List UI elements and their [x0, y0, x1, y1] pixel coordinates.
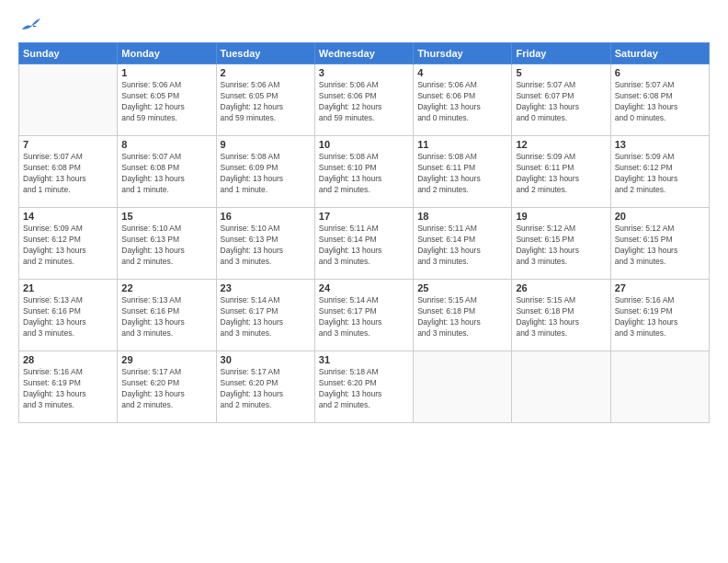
- day-info: Sunrise: 5:17 AM Sunset: 6:20 PM Dayligh…: [121, 367, 211, 411]
- calendar-cell: 8Sunrise: 5:07 AM Sunset: 6:08 PM Daylig…: [118, 136, 216, 208]
- day-number: 16: [221, 211, 311, 222]
- calendar-cell: 6Sunrise: 5:07 AM Sunset: 6:08 PM Daylig…: [610, 64, 709, 136]
- day-number: 28: [23, 354, 113, 365]
- day-info: Sunrise: 5:18 AM Sunset: 6:20 PM Dayligh…: [319, 367, 409, 411]
- day-number: 19: [516, 211, 606, 222]
- day-info: Sunrise: 5:08 AM Sunset: 6:09 PM Dayligh…: [221, 152, 311, 196]
- calendar-week-5: 28Sunrise: 5:16 AM Sunset: 6:19 PM Dayli…: [19, 351, 710, 423]
- calendar-cell: [512, 351, 610, 423]
- calendar-cell: [19, 64, 118, 136]
- day-number: 26: [516, 282, 606, 293]
- day-number: 13: [615, 139, 705, 150]
- header: [18, 17, 710, 33]
- day-info: Sunrise: 5:06 AM Sunset: 6:05 PM Dayligh…: [121, 80, 211, 124]
- day-number: 29: [121, 354, 211, 365]
- day-info: Sunrise: 5:16 AM Sunset: 6:19 PM Dayligh…: [23, 367, 113, 411]
- col-header-tuesday: Tuesday: [216, 43, 314, 64]
- day-info: Sunrise: 5:10 AM Sunset: 6:13 PM Dayligh…: [121, 224, 211, 268]
- col-header-thursday: Thursday: [414, 43, 512, 64]
- day-number: 21: [23, 282, 113, 293]
- calendar-cell: 15Sunrise: 5:10 AM Sunset: 6:13 PM Dayli…: [118, 208, 216, 280]
- calendar-table: SundayMondayTuesdayWednesdayThursdayFrid…: [18, 42, 710, 423]
- day-info: Sunrise: 5:07 AM Sunset: 6:08 PM Dayligh…: [121, 152, 211, 196]
- calendar-cell: 9Sunrise: 5:08 AM Sunset: 6:09 PM Daylig…: [216, 136, 314, 208]
- day-number: 10: [319, 139, 409, 150]
- day-number: 18: [417, 211, 507, 222]
- page: SundayMondayTuesdayWednesdayThursdayFrid…: [0, 0, 728, 563]
- day-info: Sunrise: 5:17 AM Sunset: 6:20 PM Dayligh…: [221, 367, 311, 411]
- day-info: Sunrise: 5:11 AM Sunset: 6:14 PM Dayligh…: [319, 224, 409, 268]
- day-info: Sunrise: 5:06 AM Sunset: 6:06 PM Dayligh…: [319, 80, 409, 124]
- day-number: 5: [516, 67, 606, 78]
- day-info: Sunrise: 5:15 AM Sunset: 6:18 PM Dayligh…: [516, 295, 606, 339]
- col-header-sunday: Sunday: [19, 43, 118, 64]
- calendar-cell: 13Sunrise: 5:09 AM Sunset: 6:12 PM Dayli…: [610, 136, 709, 208]
- day-info: Sunrise: 5:09 AM Sunset: 6:12 PM Dayligh…: [23, 224, 113, 268]
- calendar-cell: 22Sunrise: 5:13 AM Sunset: 6:16 PM Dayli…: [118, 280, 216, 351]
- col-header-saturday: Saturday: [610, 43, 709, 64]
- calendar-week-3: 14Sunrise: 5:09 AM Sunset: 6:12 PM Dayli…: [19, 208, 710, 280]
- calendar-cell: 2Sunrise: 5:06 AM Sunset: 6:05 PM Daylig…: [216, 64, 314, 136]
- calendar-cell: 16Sunrise: 5:10 AM Sunset: 6:13 PM Dayli…: [216, 208, 314, 280]
- day-info: Sunrise: 5:08 AM Sunset: 6:10 PM Dayligh…: [319, 152, 409, 196]
- day-number: 6: [615, 67, 705, 78]
- calendar-cell: 29Sunrise: 5:17 AM Sunset: 6:20 PM Dayli…: [118, 351, 216, 423]
- day-number: 4: [417, 67, 507, 78]
- day-info: Sunrise: 5:14 AM Sunset: 6:17 PM Dayligh…: [319, 295, 409, 339]
- calendar-cell: [414, 351, 512, 423]
- day-number: 17: [319, 211, 409, 222]
- col-header-monday: Monday: [118, 43, 216, 64]
- logo: [18, 17, 40, 33]
- calendar-cell: 14Sunrise: 5:09 AM Sunset: 6:12 PM Dayli…: [19, 208, 118, 280]
- day-info: Sunrise: 5:07 AM Sunset: 6:08 PM Dayligh…: [23, 152, 113, 196]
- calendar-week-1: 1Sunrise: 5:06 AM Sunset: 6:05 PM Daylig…: [19, 64, 710, 136]
- calendar-cell: 12Sunrise: 5:09 AM Sunset: 6:11 PM Dayli…: [512, 136, 610, 208]
- col-header-friday: Friday: [512, 43, 610, 64]
- day-number: 22: [121, 282, 211, 293]
- col-header-wednesday: Wednesday: [314, 43, 413, 64]
- calendar-cell: 20Sunrise: 5:12 AM Sunset: 6:15 PM Dayli…: [610, 208, 709, 280]
- day-info: Sunrise: 5:13 AM Sunset: 6:16 PM Dayligh…: [23, 295, 113, 339]
- calendar-cell: 26Sunrise: 5:15 AM Sunset: 6:18 PM Dayli…: [512, 280, 610, 351]
- day-number: 23: [221, 282, 311, 293]
- day-info: Sunrise: 5:12 AM Sunset: 6:15 PM Dayligh…: [516, 224, 606, 268]
- calendar-cell: 1Sunrise: 5:06 AM Sunset: 6:05 PM Daylig…: [118, 64, 216, 136]
- calendar-cell: 18Sunrise: 5:11 AM Sunset: 6:14 PM Dayli…: [414, 208, 512, 280]
- calendar-cell: 19Sunrise: 5:12 AM Sunset: 6:15 PM Dayli…: [512, 208, 610, 280]
- calendar-cell: 23Sunrise: 5:14 AM Sunset: 6:17 PM Dayli…: [216, 280, 314, 351]
- day-info: Sunrise: 5:09 AM Sunset: 6:11 PM Dayligh…: [516, 152, 606, 196]
- calendar-cell: 21Sunrise: 5:13 AM Sunset: 6:16 PM Dayli…: [19, 280, 118, 351]
- day-info: Sunrise: 5:15 AM Sunset: 6:18 PM Dayligh…: [417, 295, 507, 339]
- day-info: Sunrise: 5:07 AM Sunset: 6:08 PM Dayligh…: [615, 80, 705, 124]
- day-number: 12: [516, 139, 606, 150]
- calendar-week-4: 21Sunrise: 5:13 AM Sunset: 6:16 PM Dayli…: [19, 280, 710, 351]
- day-number: 24: [319, 282, 409, 293]
- day-number: 1: [121, 67, 211, 78]
- calendar-cell: 4Sunrise: 5:06 AM Sunset: 6:06 PM Daylig…: [414, 64, 512, 136]
- day-number: 25: [417, 282, 507, 293]
- day-info: Sunrise: 5:06 AM Sunset: 6:06 PM Dayligh…: [417, 80, 507, 124]
- calendar-cell: 30Sunrise: 5:17 AM Sunset: 6:20 PM Dayli…: [216, 351, 314, 423]
- day-number: 31: [319, 354, 409, 365]
- calendar-cell: 10Sunrise: 5:08 AM Sunset: 6:10 PM Dayli…: [314, 136, 413, 208]
- day-info: Sunrise: 5:16 AM Sunset: 6:19 PM Dayligh…: [615, 295, 705, 339]
- calendar-cell: 31Sunrise: 5:18 AM Sunset: 6:20 PM Dayli…: [314, 351, 413, 423]
- calendar-cell: 28Sunrise: 5:16 AM Sunset: 6:19 PM Dayli…: [19, 351, 118, 423]
- calendar-cell: 25Sunrise: 5:15 AM Sunset: 6:18 PM Dayli…: [414, 280, 512, 351]
- calendar-cell: 27Sunrise: 5:16 AM Sunset: 6:19 PM Dayli…: [610, 280, 709, 351]
- day-number: 2: [221, 67, 311, 78]
- day-info: Sunrise: 5:07 AM Sunset: 6:07 PM Dayligh…: [516, 80, 606, 124]
- calendar-cell: 3Sunrise: 5:06 AM Sunset: 6:06 PM Daylig…: [314, 64, 413, 136]
- day-info: Sunrise: 5:09 AM Sunset: 6:12 PM Dayligh…: [615, 152, 705, 196]
- calendar-week-2: 7Sunrise: 5:07 AM Sunset: 6:08 PM Daylig…: [19, 136, 710, 208]
- day-number: 7: [23, 139, 113, 150]
- day-number: 30: [221, 354, 311, 365]
- day-info: Sunrise: 5:13 AM Sunset: 6:16 PM Dayligh…: [121, 295, 211, 339]
- day-number: 15: [121, 211, 211, 222]
- day-info: Sunrise: 5:06 AM Sunset: 6:05 PM Dayligh…: [221, 80, 311, 124]
- calendar-cell: 11Sunrise: 5:08 AM Sunset: 6:11 PM Dayli…: [414, 136, 512, 208]
- day-number: 14: [23, 211, 113, 222]
- day-number: 20: [615, 211, 705, 222]
- calendar-cell: [610, 351, 709, 423]
- day-info: Sunrise: 5:10 AM Sunset: 6:13 PM Dayligh…: [221, 224, 311, 268]
